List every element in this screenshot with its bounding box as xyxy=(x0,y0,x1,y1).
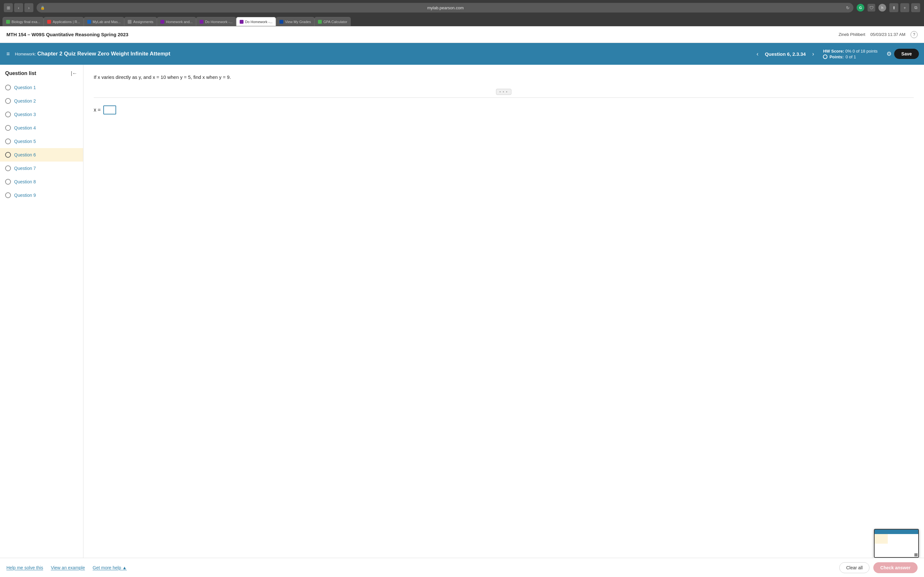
grammarly-icon: G xyxy=(857,4,864,11)
tab-label-dohomework1: Do Homework -... xyxy=(205,20,233,24)
thumb-yellow-block xyxy=(875,534,888,544)
tab-favicon-dohomework1 xyxy=(200,20,204,24)
answer-prefix: x = xyxy=(94,107,101,113)
tab-label-viewgrades: View My Grades xyxy=(285,20,311,24)
collapse-sidebar-button[interactable]: |← xyxy=(70,70,78,77)
divider-line xyxy=(94,97,914,98)
tab-label-assignments: Assignments xyxy=(133,20,153,24)
tab-favicon-homework1 xyxy=(160,20,164,24)
datetime: 05/03/23 11:37 AM xyxy=(871,32,905,37)
page-header-right: Zineb Philibert 05/03/23 11:37 AM ? xyxy=(838,31,918,38)
new-tab-button[interactable]: + xyxy=(900,3,909,12)
hw-title: Chapter 2 Quiz Review Zero Weight Infini… xyxy=(37,51,170,57)
tab-label-gpacalc: GPA Calculator xyxy=(323,20,347,24)
prev-question-button[interactable]: ‹ xyxy=(754,49,761,59)
tab-favicon-gpacalc xyxy=(318,20,322,24)
hw-label-row: Homework: Chapter 2 Quiz Review Zero Wei… xyxy=(15,51,754,57)
question-label-7: Question 7 xyxy=(14,166,36,171)
hw-settings-button[interactable]: ⚙ xyxy=(884,49,894,59)
content-area: If x varies directly as y, and x = 10 wh… xyxy=(83,65,924,558)
question-label-1: Question 1 xyxy=(14,85,36,90)
question-item-8[interactable]: Question 8 xyxy=(0,175,83,189)
tab-applications[interactable]: Applications | R... xyxy=(44,17,83,26)
question-item-7[interactable]: Question 7 xyxy=(0,161,83,175)
main-layout: Question list |← Question 1 Question 2 Q… xyxy=(0,65,924,558)
answer-input[interactable] xyxy=(103,105,116,114)
windows-button[interactable]: ⧉ xyxy=(911,3,920,12)
question-label-3: Question 3 xyxy=(14,112,36,117)
hw-title-area: Homework: Chapter 2 Quiz Review Zero Wei… xyxy=(15,51,754,57)
refresh-icon[interactable]: ↻ xyxy=(846,5,850,10)
hw-score-row: HW Score: 0% 0 of 18 points xyxy=(823,49,877,53)
sidebar-toggle-button[interactable]: ⊞ xyxy=(4,3,13,12)
question-text: If x varies directly as y, and x = 10 wh… xyxy=(94,74,914,81)
hw-score-label: HW Score: xyxy=(823,49,844,53)
thumbnail-overlay[interactable] xyxy=(874,529,919,558)
q-radio-3 xyxy=(5,111,11,117)
q-radio-7 xyxy=(5,165,11,171)
hw-nav: ‹ Question 6, 2.3.34 › xyxy=(754,49,817,59)
share-button[interactable]: ⬆ xyxy=(889,3,898,12)
question-item-2[interactable]: Question 2 xyxy=(0,94,83,108)
hw-label: Homework: xyxy=(15,52,36,56)
points-label: Points: xyxy=(829,55,843,59)
save-button[interactable]: Save xyxy=(894,49,919,59)
question-list-sidebar: Question list |← Question 1 Question 2 Q… xyxy=(0,65,83,558)
tab-label-homework1: Homework and... xyxy=(166,20,192,24)
question-item-9[interactable]: Question 9 xyxy=(0,189,83,202)
tab-assignments[interactable]: Assignments xyxy=(124,17,157,26)
tab-gpacalc[interactable]: GPA Calculator xyxy=(314,17,351,26)
url-text: mylab.pearson.com xyxy=(47,5,844,10)
question-label-4: Question 4 xyxy=(14,125,36,131)
tab-homework1[interactable]: Homework and... xyxy=(157,17,196,26)
question-item-5[interactable]: Question 5 xyxy=(0,135,83,148)
back-button[interactable]: ‹ xyxy=(14,3,23,12)
next-question-button[interactable]: › xyxy=(809,49,817,59)
dots-handle[interactable]: • • • xyxy=(94,89,914,95)
tab-biology[interactable]: Biology final exa... xyxy=(3,17,44,26)
shield-icon: 🛡 xyxy=(867,4,875,11)
question-label-9: Question 9 xyxy=(14,193,36,198)
points-circle-icon xyxy=(823,55,827,59)
forward-button[interactable]: › xyxy=(24,3,33,12)
q-radio-9 xyxy=(5,192,11,198)
tab-favicon-viewgrades xyxy=(279,20,283,24)
answer-row: x = xyxy=(94,105,914,114)
question-item-3[interactable]: Question 3 xyxy=(0,108,83,121)
tab-dohomework2[interactable]: Do Homework -... xyxy=(236,17,276,26)
hw-score-value: 0% xyxy=(845,49,851,53)
thumb-resize-handle[interactable] xyxy=(914,553,918,556)
profile-icon[interactable]: h xyxy=(879,4,886,11)
q-radio-5 xyxy=(5,139,11,144)
question-item-4[interactable]: Question 4 xyxy=(0,121,83,135)
help-icon[interactable]: ? xyxy=(911,31,918,38)
q-radio-1 xyxy=(5,85,11,90)
hw-score-area: HW Score: 0% 0 of 18 points Points: 0 of… xyxy=(823,49,877,59)
tab-dohomework1[interactable]: Do Homework -... xyxy=(196,17,236,26)
tab-favicon-dohomework2 xyxy=(240,20,244,24)
tab-favicon-biology xyxy=(6,20,10,24)
question-list-header: Question list |← xyxy=(0,70,83,81)
question-content: If x varies directly as y, and x = 10 wh… xyxy=(83,65,924,123)
thumbnail-inner xyxy=(875,530,918,557)
q-radio-4 xyxy=(5,125,11,131)
hw-header: ≡ Homework: Chapter 2 Quiz Review Zero W… xyxy=(0,43,924,65)
tab-favicon-assignments xyxy=(128,20,132,24)
q-radio-2 xyxy=(5,98,11,104)
question-item-6[interactable]: Question 6 xyxy=(0,148,83,161)
tab-mylab[interactable]: MyLab and Mas... xyxy=(84,17,124,26)
hw-score-detail: 0 of 18 points xyxy=(853,49,877,53)
question-label-6: Question 6 xyxy=(14,152,36,157)
address-bar[interactable]: 🔒 mylab.pearson.com ↻ xyxy=(37,3,853,13)
tab-favicon-applications xyxy=(47,20,51,24)
question-item-1[interactable]: Question 1 xyxy=(0,81,83,94)
tab-viewgrades[interactable]: View My Grades xyxy=(276,17,314,26)
tab-bar: Biology final exa... Applications | R...… xyxy=(0,15,924,26)
browser-nav-buttons: ⊞ ‹ › xyxy=(4,3,33,12)
tab-label-mylab: MyLab and Mas... xyxy=(93,20,121,24)
points-value: 0 of 1 xyxy=(846,55,856,59)
question-label-8: Question 8 xyxy=(14,179,36,184)
hw-menu-button[interactable]: ≡ xyxy=(5,49,11,59)
lock-icon: 🔒 xyxy=(40,6,45,10)
q-radio-8 xyxy=(5,179,11,185)
